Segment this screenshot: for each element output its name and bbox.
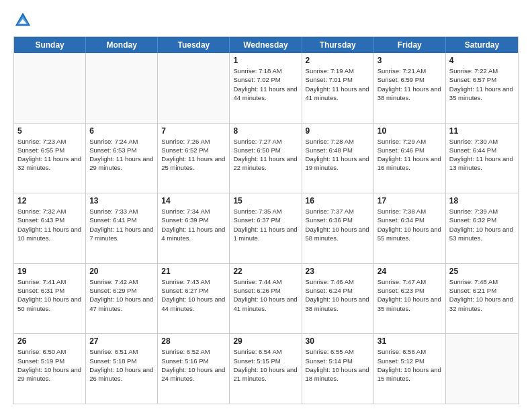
day-info: Sunrise: 6:56 AM Sunset: 5:12 PM Dayligh… bbox=[378, 347, 442, 383]
weekday-header: Saturday bbox=[446, 37, 518, 53]
calendar-cell: 3Sunrise: 7:21 AM Sunset: 6:59 PM Daylig… bbox=[374, 53, 446, 123]
calendar-cell: 28Sunrise: 6:52 AM Sunset: 5:16 PM Dayli… bbox=[158, 334, 230, 404]
calendar-row: 5Sunrise: 7:23 AM Sunset: 6:55 PM Daylig… bbox=[14, 123, 518, 193]
calendar-body: 1Sunrise: 7:18 AM Sunset: 7:02 PM Daylig… bbox=[14, 53, 518, 404]
day-info: Sunrise: 7:26 AM Sunset: 6:52 PM Dayligh… bbox=[161, 137, 226, 173]
calendar-cell: 20Sunrise: 7:42 AM Sunset: 6:29 PM Dayli… bbox=[86, 264, 158, 334]
calendar-cell: 23Sunrise: 7:46 AM Sunset: 6:24 PM Dayli… bbox=[302, 264, 374, 334]
day-info: Sunrise: 7:29 AM Sunset: 6:46 PM Dayligh… bbox=[378, 137, 442, 173]
day-info: Sunrise: 7:42 AM Sunset: 6:29 PM Dayligh… bbox=[89, 277, 154, 313]
day-number: 6 bbox=[89, 126, 154, 136]
day-number: 26 bbox=[17, 336, 82, 346]
day-info: Sunrise: 7:24 AM Sunset: 6:53 PM Dayligh… bbox=[89, 137, 154, 173]
logo-icon bbox=[13, 11, 32, 30]
calendar-cell: 1Sunrise: 7:18 AM Sunset: 7:02 PM Daylig… bbox=[230, 53, 302, 123]
calendar-row: 12Sunrise: 7:32 AM Sunset: 6:43 PM Dayli… bbox=[14, 193, 518, 263]
weekday-header: Tuesday bbox=[158, 37, 230, 53]
calendar-cell: 19Sunrise: 7:41 AM Sunset: 6:31 PM Dayli… bbox=[14, 264, 86, 334]
calendar-cell: 10Sunrise: 7:29 AM Sunset: 6:46 PM Dayli… bbox=[374, 124, 446, 193]
calendar-cell: 25Sunrise: 7:48 AM Sunset: 6:21 PM Dayli… bbox=[446, 264, 518, 334]
calendar-cell: 8Sunrise: 7:27 AM Sunset: 6:50 PM Daylig… bbox=[230, 124, 302, 193]
day-number: 7 bbox=[161, 126, 226, 136]
calendar-cell: 6Sunrise: 7:24 AM Sunset: 6:53 PM Daylig… bbox=[86, 124, 158, 193]
calendar-cell bbox=[86, 53, 158, 123]
day-info: Sunrise: 7:33 AM Sunset: 6:41 PM Dayligh… bbox=[89, 207, 154, 242]
day-number: 27 bbox=[89, 336, 154, 346]
day-number: 10 bbox=[378, 126, 442, 136]
calendar-cell: 18Sunrise: 7:39 AM Sunset: 6:32 PM Dayli… bbox=[446, 193, 518, 263]
day-info: Sunrise: 7:28 AM Sunset: 6:48 PM Dayligh… bbox=[306, 137, 370, 173]
calendar-cell bbox=[158, 53, 230, 123]
day-number: 9 bbox=[306, 126, 370, 136]
day-number: 14 bbox=[161, 196, 226, 205]
day-info: Sunrise: 7:47 AM Sunset: 6:23 PM Dayligh… bbox=[378, 277, 442, 313]
weekday-header: Monday bbox=[86, 37, 158, 53]
calendar-cell: 31Sunrise: 6:56 AM Sunset: 5:12 PM Dayli… bbox=[374, 334, 446, 404]
day-info: Sunrise: 7:21 AM Sunset: 6:59 PM Dayligh… bbox=[378, 66, 442, 102]
day-info: Sunrise: 7:44 AM Sunset: 6:26 PM Dayligh… bbox=[233, 277, 298, 313]
calendar-cell: 16Sunrise: 7:37 AM Sunset: 6:36 PM Dayli… bbox=[302, 193, 374, 263]
calendar-cell bbox=[14, 53, 86, 123]
day-info: Sunrise: 7:48 AM Sunset: 6:21 PM Dayligh… bbox=[449, 277, 515, 313]
day-info: Sunrise: 7:38 AM Sunset: 6:34 PM Dayligh… bbox=[378, 207, 442, 242]
day-number: 3 bbox=[378, 56, 442, 65]
day-number: 8 bbox=[233, 126, 298, 136]
header bbox=[13, 11, 519, 30]
calendar-cell: 9Sunrise: 7:28 AM Sunset: 6:48 PM Daylig… bbox=[302, 124, 374, 193]
day-number: 30 bbox=[306, 336, 370, 346]
day-number: 12 bbox=[17, 196, 82, 205]
day-number: 28 bbox=[161, 336, 226, 346]
calendar-row: 19Sunrise: 7:41 AM Sunset: 6:31 PM Dayli… bbox=[14, 263, 518, 334]
calendar-cell: 29Sunrise: 6:54 AM Sunset: 5:15 PM Dayli… bbox=[230, 334, 302, 404]
day-info: Sunrise: 7:34 AM Sunset: 6:39 PM Dayligh… bbox=[161, 207, 226, 242]
logo bbox=[13, 11, 35, 30]
calendar-cell: 17Sunrise: 7:38 AM Sunset: 6:34 PM Dayli… bbox=[374, 193, 446, 263]
day-number: 31 bbox=[378, 336, 442, 346]
day-number: 11 bbox=[449, 126, 515, 136]
day-info: Sunrise: 6:54 AM Sunset: 5:15 PM Dayligh… bbox=[233, 347, 298, 383]
day-number: 17 bbox=[378, 196, 442, 205]
day-info: Sunrise: 7:18 AM Sunset: 7:02 PM Dayligh… bbox=[233, 66, 298, 102]
day-number: 4 bbox=[449, 56, 515, 65]
day-info: Sunrise: 6:50 AM Sunset: 5:19 PM Dayligh… bbox=[17, 347, 82, 383]
calendar-cell: 4Sunrise: 7:22 AM Sunset: 6:57 PM Daylig… bbox=[446, 53, 518, 123]
day-number: 24 bbox=[378, 267, 442, 276]
day-number: 23 bbox=[306, 267, 370, 276]
day-number: 1 bbox=[233, 56, 298, 65]
day-info: Sunrise: 7:23 AM Sunset: 6:55 PM Dayligh… bbox=[17, 137, 82, 173]
day-number: 2 bbox=[306, 56, 370, 65]
day-number: 20 bbox=[89, 267, 154, 276]
day-info: Sunrise: 7:46 AM Sunset: 6:24 PM Dayligh… bbox=[306, 277, 370, 313]
day-number: 19 bbox=[17, 267, 82, 276]
calendar-row: 1Sunrise: 7:18 AM Sunset: 7:02 PM Daylig… bbox=[14, 53, 518, 123]
day-number: 22 bbox=[233, 267, 298, 276]
weekday-header: Friday bbox=[374, 37, 446, 53]
day-info: Sunrise: 7:43 AM Sunset: 6:27 PM Dayligh… bbox=[161, 277, 226, 313]
calendar-cell: 5Sunrise: 7:23 AM Sunset: 6:55 PM Daylig… bbox=[14, 124, 86, 193]
day-number: 25 bbox=[449, 267, 515, 276]
calendar-cell: 12Sunrise: 7:32 AM Sunset: 6:43 PM Dayli… bbox=[14, 193, 86, 263]
day-info: Sunrise: 6:55 AM Sunset: 5:14 PM Dayligh… bbox=[306, 347, 370, 383]
day-info: Sunrise: 7:27 AM Sunset: 6:50 PM Dayligh… bbox=[233, 137, 298, 173]
calendar: SundayMondayTuesdayWednesdayThursdayFrid… bbox=[13, 36, 519, 404]
calendar-row: 26Sunrise: 6:50 AM Sunset: 5:19 PM Dayli… bbox=[14, 333, 518, 404]
day-info: Sunrise: 7:41 AM Sunset: 6:31 PM Dayligh… bbox=[17, 277, 82, 313]
weekday-header: Thursday bbox=[302, 37, 374, 53]
day-info: Sunrise: 6:51 AM Sunset: 5:18 PM Dayligh… bbox=[89, 347, 154, 383]
weekday-header: Wednesday bbox=[230, 37, 302, 53]
day-number: 21 bbox=[161, 267, 226, 276]
calendar-cell: 22Sunrise: 7:44 AM Sunset: 6:26 PM Dayli… bbox=[230, 264, 302, 334]
day-number: 16 bbox=[306, 196, 370, 205]
day-info: Sunrise: 7:39 AM Sunset: 6:32 PM Dayligh… bbox=[449, 207, 515, 242]
day-info: Sunrise: 7:30 AM Sunset: 6:44 PM Dayligh… bbox=[449, 137, 515, 173]
calendar-cell bbox=[446, 334, 518, 404]
calendar-cell: 15Sunrise: 7:35 AM Sunset: 6:37 PM Dayli… bbox=[230, 193, 302, 263]
day-number: 18 bbox=[449, 196, 515, 205]
day-number: 29 bbox=[233, 336, 298, 346]
calendar-cell: 30Sunrise: 6:55 AM Sunset: 5:14 PM Dayli… bbox=[302, 334, 374, 404]
calendar-cell: 14Sunrise: 7:34 AM Sunset: 6:39 PM Dayli… bbox=[158, 193, 230, 263]
page: SundayMondayTuesdayWednesdayThursdayFrid… bbox=[0, 0, 532, 411]
day-number: 5 bbox=[17, 126, 82, 136]
calendar-header: SundayMondayTuesdayWednesdayThursdayFrid… bbox=[14, 37, 518, 53]
day-number: 13 bbox=[89, 196, 154, 205]
